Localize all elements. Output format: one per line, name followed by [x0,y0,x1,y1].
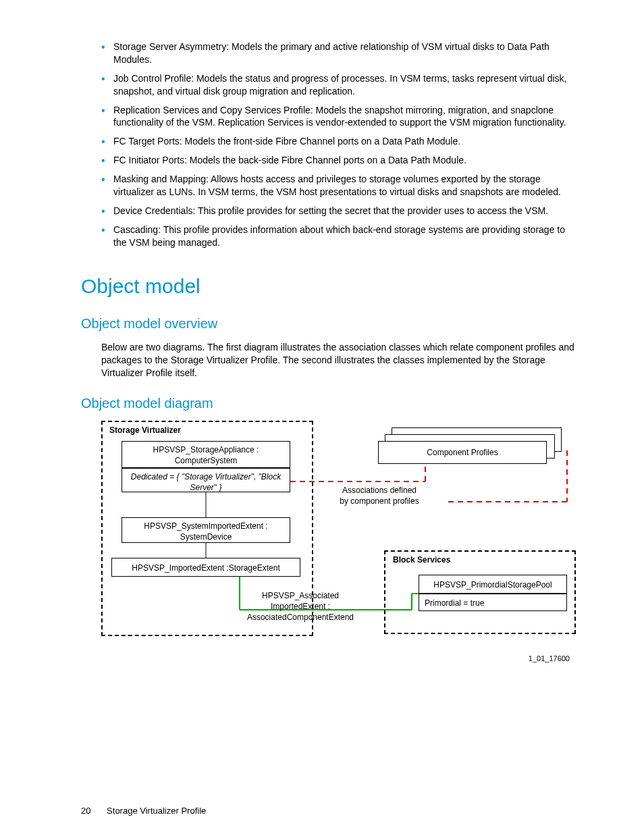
list-item: Cascading: This profile provides informa… [101,224,580,249]
heading-diagram: Object model diagram [81,394,580,413]
list-item: Device Credentials: This profile provide… [101,205,580,217]
box-imported-extent: HPSVSP_ImportedExtent :StorageExtent [111,558,300,577]
list-item: FC Initiator Ports: Models the back-side… [101,154,580,167]
object-model-diagram: Storage Virtualizer HPSVSP_StorageApplia… [101,421,580,650]
box-primordial-true: Primordial = true [419,594,567,611]
box-text: ComputerSystem [175,456,238,465]
box-primordial-pool: HPSVSP_PrimordialStoragePool [419,575,567,594]
bs-title: Block Services [393,554,450,565]
sv-title: Storage Virtualizer [109,425,181,436]
box-dedicated: Dedicated = { "Storage Virtualizer", "Bl… [122,468,290,492]
assoc-label: Associations defined by component profil… [325,485,433,506]
box-component-profiles: Component Profiles [378,441,547,464]
box-system-imported-extent: HPSVSP_SystemImportedExtent : SystemDevi… [122,517,290,543]
list-item: FC Target Ports: Models the front-side F… [101,135,580,148]
figure-id: 1_01_17600 [529,654,570,664]
list-item: Replication Services and Copy Services P… [101,104,580,130]
list-item: Job Control Profile: Models the status a… [101,72,580,98]
box-text: HPSVSP_StorageAppliance : [153,445,259,454]
assoc2-label: HPSVSP_Associated ImportedExtent : Assoc… [233,590,368,623]
box-storage-appliance: HPSVSP_StorageAppliance : ComputerSystem [122,441,290,468]
overview-paragraph: Below are two diagrams. The first diagra… [101,341,580,380]
heading-object-model: Object model [81,273,580,301]
list-item: Masking and Mapping: Allows hosts access… [101,173,580,199]
list-item: Storage Server Asymmetry: Models the pri… [101,41,580,66]
heading-overview: Object model overview [81,315,580,333]
bullet-list: Storage Server Asymmetry: Models the pri… [81,41,580,249]
